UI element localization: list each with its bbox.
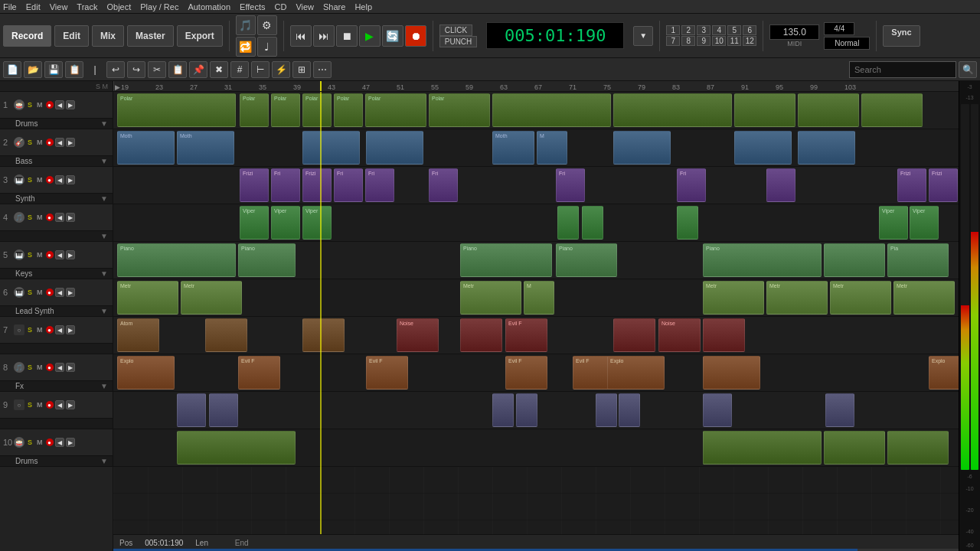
clip-viper-4g[interactable]: Viper — [879, 206, 908, 240]
clip-lead-6f[interactable]: Metr — [766, 281, 828, 315]
track-lane-5[interactable]: Piano Piano Piano Piano Piano Pia — [113, 242, 959, 279]
clip-bass-2g[interactable] — [613, 131, 671, 165]
num-12[interactable]: 12 — [743, 36, 756, 46]
track-instrument-icon-2[interactable]: 🎸 — [14, 137, 24, 148]
clip-misc-9d[interactable] — [516, 393, 537, 427]
track-lane-1[interactable]: Polar Polar Polar Polar Polar Polar Pola… — [113, 92, 959, 129]
clip-bass-2i[interactable] — [798, 131, 855, 165]
clip-bass-2e[interactable]: Moth — [492, 131, 534, 165]
track-lane-6[interactable]: Metr Metr Metr M Metr Metr Metr Metr — [113, 279, 959, 317]
clip-fx-8d[interactable]: Evil F — [505, 356, 547, 390]
save-button[interactable]: 💾 — [44, 61, 63, 78]
clip-synth-3e[interactable]: Fri — [365, 168, 394, 202]
menu-edit[interactable]: Edit — [26, 2, 41, 11]
menu-object[interactable]: Object — [106, 2, 131, 11]
clip-lead-6e[interactable]: Metr — [703, 281, 764, 315]
clip-drums-1d[interactable]: Polar — [302, 93, 332, 127]
tempo-value[interactable]: 135.0 — [769, 24, 819, 40]
track-rec-2[interactable]: ● — [46, 139, 54, 146]
num-1[interactable]: 1 — [666, 25, 680, 35]
trim-button[interactable]: ⊢ — [251, 61, 270, 78]
clip-drums-1j[interactable] — [734, 93, 795, 127]
menu-effects[interactable]: Effects — [240, 2, 265, 11]
track-vol-7[interactable]: ◀ — [55, 325, 64, 334]
clip-atom-7c[interactable] — [302, 318, 345, 352]
track-lane-3[interactable]: Frizi Fri Frizi Fri Fri Fri Fri Fri Friz… — [113, 167, 959, 204]
clip-fx-8a[interactable]: Explo — [117, 356, 175, 390]
track-vol-4[interactable]: ◀ — [55, 213, 64, 222]
num-7[interactable]: 7 — [666, 36, 680, 46]
glue-button[interactable]: ⊞ — [292, 61, 311, 78]
clip-misc-9e[interactable] — [596, 393, 617, 427]
clip-noise-7a[interactable]: Noise — [397, 318, 439, 352]
track-solo-5[interactable]: S — [26, 250, 34, 259]
track-collapse-1[interactable]: ▼ — [100, 119, 113, 128]
track-mute-2[interactable]: M — [35, 138, 44, 147]
clip-lead-6d[interactable]: M — [524, 281, 554, 315]
clip-lead-6h[interactable]: Metr — [893, 281, 955, 315]
menu-play-rec[interactable]: Play / Rec — [140, 2, 178, 11]
clip-synth-3h[interactable]: Fri — [677, 168, 706, 202]
clip-misc-9c[interactable] — [492, 393, 514, 427]
clip-noise-7e[interactable]: Noise — [658, 318, 701, 352]
track-instrument-icon-9[interactable]: ○ — [14, 399, 24, 410]
normal-mode[interactable]: Normal — [824, 37, 870, 50]
track-solo-2[interactable]: S — [26, 138, 34, 147]
track-mute-5[interactable]: M — [35, 250, 44, 259]
clip-atom-7b[interactable] — [205, 318, 247, 352]
clip-viper-4e[interactable] — [582, 206, 603, 240]
clip-drums-1l[interactable] — [861, 93, 923, 127]
menu-automation[interactable]: Automation — [188, 2, 230, 11]
clip-viper-4f[interactable] — [677, 206, 698, 240]
group-button[interactable]: # — [230, 61, 249, 78]
clip-piano-5c[interactable]: Piano — [460, 243, 552, 277]
clip-drums-10a[interactable] — [177, 431, 296, 465]
track-pan-8[interactable]: ▶ — [66, 363, 75, 372]
track-solo-1[interactable]: S — [26, 100, 34, 109]
track-name-label-9[interactable] — [15, 419, 18, 428]
track-collapse-3[interactable]: ▼ — [100, 194, 113, 203]
edit-button[interactable]: Edit — [54, 25, 89, 47]
clip-lead-6c[interactable]: Metr — [460, 281, 521, 315]
metronome-icon[interactable]: ♩ — [257, 37, 277, 57]
clip-bass-2b[interactable]: Moth — [177, 131, 234, 165]
settings-icon[interactable]: ⚙ — [257, 15, 277, 35]
track-solo-4[interactable]: S — [26, 213, 34, 222]
track-lane-10[interactable] — [113, 429, 959, 467]
clip-viper-4d[interactable] — [557, 206, 579, 240]
num-10[interactable]: 10 — [712, 36, 726, 46]
clip-drums-1c[interactable]: Polar — [271, 93, 300, 127]
clip-lead-6b[interactable]: Metr — [181, 281, 242, 315]
track-pan-10[interactable]: ▶ — [66, 438, 75, 447]
search-input[interactable] — [849, 61, 956, 78]
track-pan-2[interactable]: ▶ — [66, 138, 75, 147]
track-mute-7[interactable]: M — [35, 325, 44, 334]
delete-button[interactable]: ✖ — [210, 61, 228, 78]
track-collapse-10[interactable]: ▼ — [100, 457, 113, 465]
clip-noise-7f[interactable] — [703, 318, 745, 352]
clip-misc-9b[interactable] — [209, 393, 238, 427]
clip-misc-9h[interactable] — [825, 393, 854, 427]
track-name-label-2[interactable]: Bass — [15, 157, 32, 165]
click-button[interactable]: CLICK — [439, 24, 472, 36]
track-name-label-7[interactable] — [15, 344, 18, 353]
fast-forward-button[interactable]: ⏭ — [313, 25, 335, 47]
clip-fx-8g[interactable] — [703, 356, 760, 390]
track-mute-1[interactable]: M — [35, 100, 44, 109]
num-11[interactable]: 11 — [727, 36, 741, 46]
track-name-label-5[interactable]: Keys — [15, 269, 32, 278]
export-button[interactable]: Export — [177, 25, 223, 47]
clip-synth-3b[interactable]: Fri — [271, 168, 300, 202]
num-4[interactable]: 4 — [712, 25, 726, 35]
track-solo-10[interactable]: S — [26, 438, 34, 447]
track-rec-6[interactable]: ● — [46, 289, 54, 296]
loop-icon[interactable]: 🔁 — [236, 37, 256, 57]
track-vol-5[interactable]: ◀ — [55, 250, 64, 259]
track-name-label-10[interactable]: Drums — [15, 457, 38, 465]
track-vol-3[interactable]: ◀ — [55, 175, 64, 184]
track-name-label-4[interactable] — [15, 232, 18, 240]
tracks-canvas[interactable]: Polar Polar Polar Polar Polar Polar Pola… — [113, 92, 959, 534]
clip-synth-3f[interactable]: Fri — [429, 168, 458, 202]
clip-fx-8f[interactable]: Explo — [607, 356, 665, 390]
midi-icon[interactable]: 🎵 — [236, 15, 256, 35]
